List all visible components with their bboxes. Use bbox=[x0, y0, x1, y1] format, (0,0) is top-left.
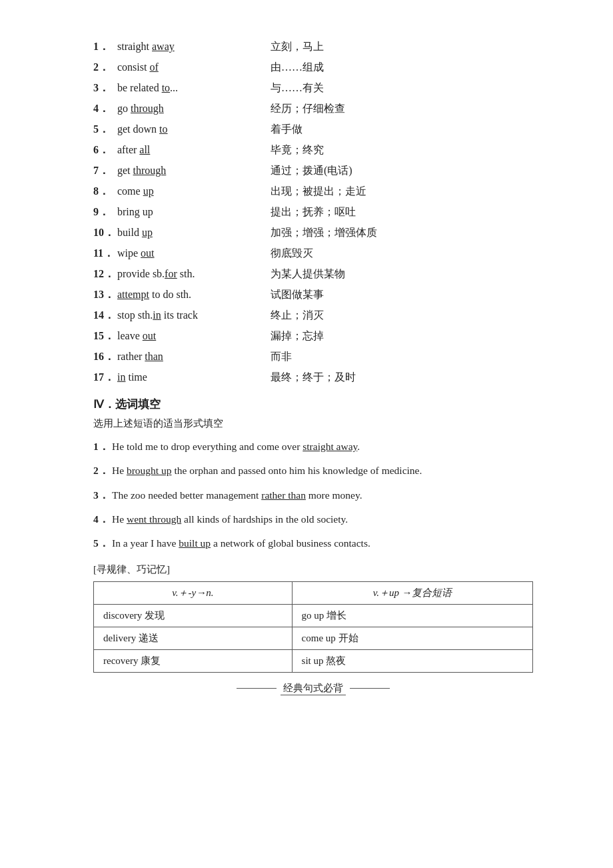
phrase-number: 11． bbox=[93, 247, 117, 261]
fill-sentence: In a year I have built up a network of g… bbox=[112, 535, 370, 552]
phrase-chinese: 终止；消灭 bbox=[271, 309, 324, 323]
fill-sentence: The zoo needed better management rather … bbox=[112, 487, 362, 504]
phrase-number: 7． bbox=[93, 164, 117, 178]
phrase-number: 15． bbox=[93, 329, 117, 343]
phrase-chinese: 提出；抚养；呕吐 bbox=[271, 205, 356, 219]
table-cell: come up 开始 bbox=[292, 627, 532, 649]
fill-number: 4． bbox=[93, 511, 112, 528]
fill-number: 3． bbox=[93, 487, 112, 504]
phrase-english: provide sb.for sth. bbox=[117, 268, 271, 280]
list-item: 12． provide sb.for sth. 为某人提供某物 bbox=[93, 267, 533, 281]
phrase-chinese: 经历；仔细检查 bbox=[271, 102, 345, 116]
phrase-chinese: 与……有关 bbox=[271, 81, 324, 95]
phrase-english: go through bbox=[117, 103, 271, 115]
list-item: 17． in time 最终；终于；及时 bbox=[93, 371, 533, 385]
fill-number: 1． bbox=[93, 438, 112, 455]
phrase-english: in time bbox=[117, 371, 271, 383]
phrase-english: straight away bbox=[117, 41, 271, 53]
phrase-number: 8． bbox=[93, 185, 117, 199]
table-cell: go up 增长 bbox=[292, 604, 532, 627]
table-cell: sit up 熬夜 bbox=[292, 649, 532, 672]
table-row: recovery 康复 sit up 熬夜 bbox=[94, 649, 533, 672]
phrase-chinese: 为某人提供某物 bbox=[271, 267, 345, 281]
phrase-english: stop sth.in its track bbox=[117, 309, 271, 321]
phrase-chinese: 通过；拨通(电话) bbox=[271, 164, 352, 178]
fill-number: 2． bbox=[93, 462, 112, 479]
memory-table: v.＋-y→n. v.＋up →复合短语 discovery 发现 go up … bbox=[93, 581, 533, 673]
phrase-number: 3． bbox=[93, 81, 117, 95]
phrase-chinese: 毕竟；终究 bbox=[271, 143, 324, 157]
section4-subtitle: 选用上述短语的适当形式填空 bbox=[93, 417, 533, 430]
table-header-col2: v.＋up →复合短语 bbox=[292, 581, 532, 604]
phrase-english: after all bbox=[117, 144, 271, 156]
fill-item: 2． He brought up the orphan and passed o… bbox=[93, 462, 533, 479]
fill-sentence: He brought up the orphan and passed onto… bbox=[112, 462, 422, 479]
list-item: 16． rather than 而非 bbox=[93, 350, 533, 364]
list-item: 2． consist of 由……组成 bbox=[93, 61, 533, 75]
table-row: delivery 递送 come up 开始 bbox=[94, 627, 533, 649]
phrase-english: be related to... bbox=[117, 82, 271, 94]
table-cell: recovery 康复 bbox=[94, 649, 293, 672]
phrase-chinese: 试图做某事 bbox=[271, 288, 324, 302]
phrase-number: 12． bbox=[93, 267, 117, 281]
phrase-chinese: 彻底毁灭 bbox=[271, 247, 313, 261]
list-item: 11． wipe out 彻底毁灭 bbox=[93, 247, 533, 261]
phrase-list: 1． straight away 立刻，马上 2． consist of 由……… bbox=[93, 40, 533, 385]
fill-sentence: He went through all kinds of hardships i… bbox=[112, 511, 348, 528]
table-header-col1: v.＋-y→n. bbox=[94, 581, 293, 604]
list-item: 15． leave out 漏掉；忘掉 bbox=[93, 329, 533, 343]
phrase-number: 14． bbox=[93, 309, 117, 323]
section4-title: Ⅳ．选词填空 bbox=[93, 397, 533, 412]
list-item: 9． bring up 提出；抚养；呕吐 bbox=[93, 205, 533, 219]
fill-item: 3． The zoo needed better management rath… bbox=[93, 487, 533, 504]
phrase-number: 13． bbox=[93, 288, 117, 302]
list-item: 6． after all 毕竟；终究 bbox=[93, 143, 533, 157]
phrase-chinese: 加强；增强；增强体质 bbox=[271, 226, 377, 240]
table-row: discovery 发现 go up 增长 bbox=[94, 604, 533, 627]
fill-sentence: He told me to drop everything and come o… bbox=[112, 438, 360, 455]
title-line-left bbox=[237, 688, 277, 689]
phrase-number: 9． bbox=[93, 205, 117, 219]
phrase-english: consist of bbox=[117, 61, 271, 73]
phrase-number: 17． bbox=[93, 371, 117, 385]
title-line-right bbox=[350, 688, 390, 689]
phrase-english: build up bbox=[117, 227, 271, 239]
table-cell: discovery 发现 bbox=[94, 604, 293, 627]
phrase-english: bring up bbox=[117, 206, 271, 218]
fill-item: 5． In a year I have built up a network o… bbox=[93, 535, 533, 552]
fill-item: 4． He went through all kinds of hardship… bbox=[93, 511, 533, 528]
phrase-english: attempt to do sth. bbox=[117, 289, 271, 301]
list-item: 1． straight away 立刻，马上 bbox=[93, 40, 533, 54]
phrase-chinese: 而非 bbox=[271, 350, 292, 364]
phrase-chinese: 出现；被提出；走近 bbox=[271, 185, 366, 199]
phrase-english: get through bbox=[117, 165, 271, 177]
list-item: 14． stop sth.in its track 终止；消灭 bbox=[93, 309, 533, 323]
list-item: 8． come up 出现；被提出；走近 bbox=[93, 185, 533, 199]
classic-title: 经典句式必背 bbox=[93, 682, 533, 695]
phrase-english: leave out bbox=[117, 330, 271, 342]
phrase-number: 4． bbox=[93, 102, 117, 116]
list-item: 4． go through 经历；仔细检查 bbox=[93, 102, 533, 116]
phrase-number: 6． bbox=[93, 143, 117, 157]
phrase-number: 2． bbox=[93, 61, 117, 75]
phrase-chinese: 着手做 bbox=[271, 123, 303, 137]
memory-title: [寻规律、巧记忆] bbox=[93, 563, 533, 576]
phrase-number: 10． bbox=[93, 226, 117, 240]
fill-number: 5． bbox=[93, 535, 112, 552]
list-item: 7． get through 通过；拨通(电话) bbox=[93, 164, 533, 178]
phrase-chinese: 由……组成 bbox=[271, 61, 324, 75]
phrase-number: 1． bbox=[93, 40, 117, 54]
phrase-english: rather than bbox=[117, 351, 271, 363]
phrase-english: come up bbox=[117, 185, 271, 197]
phrase-chinese: 最终；终于；及时 bbox=[271, 371, 356, 385]
table-cell: delivery 递送 bbox=[94, 627, 293, 649]
fill-list: 1． He told me to drop everything and com… bbox=[93, 438, 533, 553]
phrase-english: wipe out bbox=[117, 247, 271, 259]
phrase-number: 5． bbox=[93, 123, 117, 137]
phrase-chinese: 漏掉；忘掉 bbox=[271, 329, 324, 343]
phrase-number: 16． bbox=[93, 350, 117, 364]
phrase-chinese: 立刻，马上 bbox=[271, 40, 324, 54]
list-item: 10． build up 加强；增强；增强体质 bbox=[93, 226, 533, 240]
list-item: 13． attempt to do sth. 试图做某事 bbox=[93, 288, 533, 302]
classic-title-text: 经典句式必背 bbox=[281, 682, 346, 695]
